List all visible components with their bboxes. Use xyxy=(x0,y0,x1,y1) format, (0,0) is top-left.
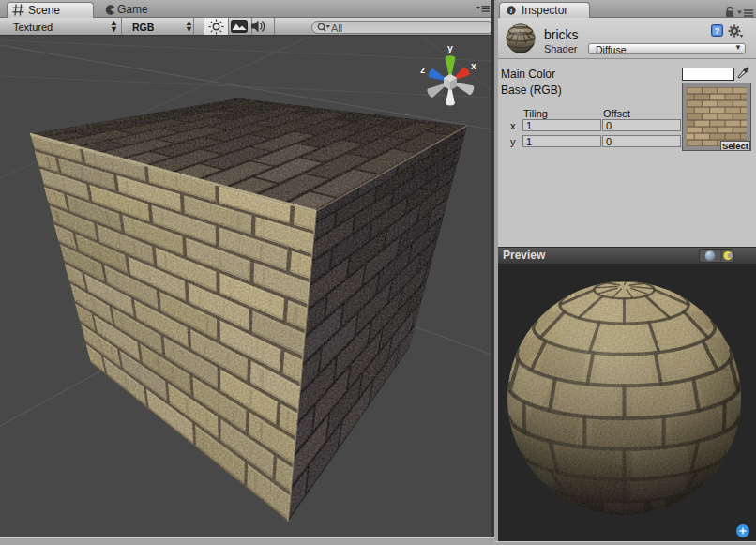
svg-text:z: z xyxy=(420,64,425,75)
svg-text:?: ? xyxy=(715,26,720,36)
svg-text:y: y xyxy=(447,42,453,53)
svg-text:x: x xyxy=(471,60,476,71)
